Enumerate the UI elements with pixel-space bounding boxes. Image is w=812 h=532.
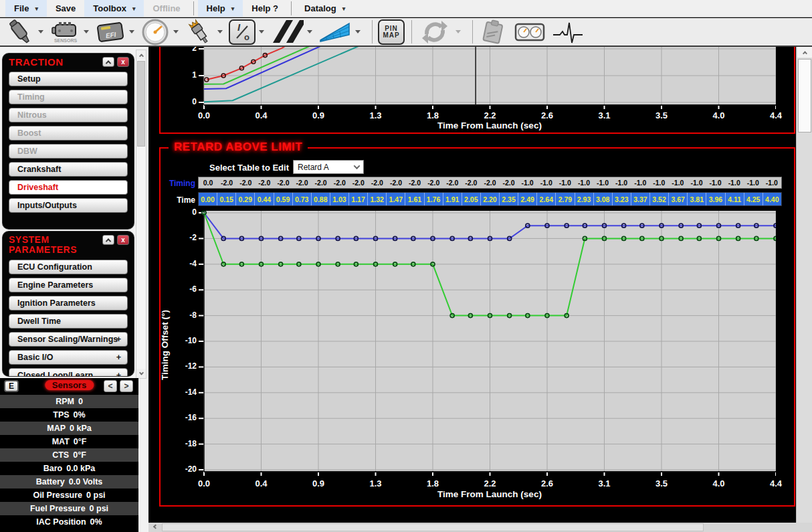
menu-help[interactable]: Help▾ [198, 0, 243, 17]
time-cell[interactable]: 1.17 [349, 193, 368, 205]
scroll-down-button[interactable] [136, 369, 146, 378]
timing-cell[interactable]: -1.0 [763, 177, 781, 188]
time-cell[interactable]: 0.59 [274, 193, 293, 205]
time-cell[interactable]: 2.20 [481, 193, 500, 205]
traction-inputs-outputs[interactable]: Inputs/Outputs [9, 198, 128, 213]
timing-cell[interactable]: -2.0 [424, 177, 443, 188]
collapse-button[interactable] [102, 57, 114, 67]
timing-cell[interactable]: -2.0 [405, 177, 424, 188]
toolbar-item-waveform[interactable] [552, 19, 584, 46]
time-cell[interactable]: 2.35 [500, 193, 518, 205]
toolbar-item-efi[interactable]: EFI [95, 19, 139, 46]
timing-cell[interactable]: -2.0 [312, 177, 330, 188]
toolbar-item-io[interactable]: I o [229, 19, 269, 45]
dropdown-arrow-icon[interactable] [355, 30, 361, 33]
time-cell[interactable]: 3.23 [613, 193, 631, 205]
time-cell[interactable]: 1.47 [387, 193, 405, 205]
sensors-prev-button[interactable]: < [104, 380, 117, 392]
timing-values-row[interactable]: 0.0-2.0-2.0-2.0-2.0-2.0-2.0-2.0-2.0-2.0-… [198, 177, 782, 189]
time-cell[interactable]: 4.11 [726, 193, 744, 205]
sysparams-ecu-configuration[interactable]: ECU Configuration [9, 260, 128, 274]
time-cell[interactable]: 3.96 [706, 193, 725, 205]
time-values-row[interactable]: 0.000.150.290.440.590.730.881.031.171.32… [198, 192, 782, 206]
time-cell[interactable]: 2.64 [537, 193, 556, 205]
traction-dbw[interactable]: DBW [9, 144, 128, 159]
toolbar-item-sensors[interactable]: SENSORS [49, 19, 94, 46]
timing-cell[interactable]: -2.0 [387, 177, 405, 188]
scroll-up-button[interactable] [136, 50, 146, 60]
menu-datalog[interactable]: Datalog▾ [296, 0, 354, 17]
timing-cell[interactable]: -1.0 [631, 177, 649, 188]
retard-chart[interactable] [199, 211, 776, 477]
dropdown-arrow-icon[interactable] [307, 30, 312, 33]
time-cell[interactable]: 0.44 [255, 193, 274, 205]
timing-cell[interactable]: -2.0 [330, 177, 349, 188]
timing-cell[interactable]: -1.0 [518, 177, 537, 188]
sysparams-ignition-parameters[interactable]: Ignition Parameters [9, 296, 128, 311]
toolbar-item-dual-gauges[interactable] [514, 21, 545, 43]
time-cell[interactable]: 2.79 [556, 193, 575, 205]
sysparams-dwell-time[interactable]: Dwell Time [9, 314, 128, 329]
timing-cell[interactable]: -2.0 [217, 177, 236, 188]
timing-cell[interactable]: -1.0 [725, 177, 744, 188]
time-cell[interactable]: 3.37 [631, 193, 650, 205]
toolbar-item-spark-plug[interactable] [185, 19, 227, 46]
time-cell[interactable]: 3.52 [650, 193, 669, 205]
timing-cell[interactable]: -2.0 [443, 177, 462, 188]
vertical-scrollbar[interactable] [796, 47, 812, 523]
sidebar-scrollbar[interactable] [136, 50, 146, 379]
dropdown-arrow-icon[interactable] [217, 30, 223, 33]
scrollbar-thumb[interactable] [798, 59, 811, 132]
timing-cell[interactable]: -1.0 [687, 177, 706, 188]
launch-chart[interactable] [199, 47, 776, 109]
timing-cell[interactable]: -2.0 [480, 177, 499, 188]
time-cell[interactable]: 0.29 [236, 193, 255, 205]
close-button[interactable]: x [117, 235, 129, 245]
timing-cell[interactable]: -2.0 [500, 177, 518, 188]
menu-help[interactable]: Help ? [243, 0, 287, 17]
time-cell[interactable]: 0.15 [217, 193, 236, 205]
traction-boost[interactable]: Boost [9, 126, 128, 141]
time-cell[interactable]: 1.03 [330, 193, 349, 205]
timing-cell[interactable]: -2.0 [274, 177, 292, 188]
menu-save[interactable]: Save [47, 0, 84, 17]
scroll-left-button[interactable] [150, 523, 161, 532]
menu-toolbox[interactable]: Toolbox▾ [84, 0, 144, 17]
sysparams-closed-loop-learn[interactable]: Closed Loop/Learn+ [9, 368, 128, 376]
scrollbar-thumb[interactable] [162, 523, 704, 531]
time-cell[interactable]: 1.91 [443, 193, 462, 205]
traction-crankshaft[interactable]: Crankshaft [9, 162, 128, 177]
dropdown-arrow-icon[interactable] [173, 30, 179, 33]
table-select-dropdown[interactable]: Retard A [293, 160, 364, 174]
timing-cell[interactable]: -2.0 [236, 177, 255, 188]
time-cell[interactable]: 2.49 [518, 193, 537, 205]
timing-cell[interactable]: -2.0 [292, 177, 311, 188]
time-cell[interactable]: 2.93 [575, 193, 594, 205]
timing-cell[interactable]: -1.0 [593, 177, 612, 188]
traction-nitrous[interactable]: Nitrous [9, 108, 128, 122]
horizontal-scrollbar[interactable] [148, 523, 796, 532]
timing-cell[interactable]: -1.0 [744, 177, 763, 188]
toolbar-item-pin-map[interactable]: PINMAP [378, 19, 405, 45]
time-cell[interactable]: 0.73 [293, 193, 312, 205]
scrollbar-thumb[interactable] [137, 61, 145, 147]
timing-cell[interactable]: -2.0 [255, 177, 274, 188]
sensors-edit-button[interactable]: E [4, 380, 19, 392]
traction-driveshaft[interactable]: Driveshaft [9, 180, 128, 195]
timing-cell[interactable]: -2.0 [349, 177, 368, 188]
toolbar-item-gauge[interactable] [140, 18, 183, 46]
timing-cell[interactable]: 0.0 [199, 177, 217, 188]
time-cell[interactable]: 3.81 [688, 193, 706, 205]
toolbar-item-timing-stripes[interactable] [270, 19, 317, 46]
dropdown-arrow-icon[interactable] [84, 30, 89, 33]
timing-cell[interactable]: -1.0 [668, 177, 687, 188]
timing-cell[interactable]: -1.0 [612, 177, 631, 188]
time-cell[interactable]: 4.40 [763, 193, 781, 205]
timing-cell[interactable]: -2.0 [368, 177, 387, 188]
traction-setup[interactable]: Setup [9, 72, 128, 86]
timing-cell[interactable]: -2.0 [462, 177, 480, 188]
close-button[interactable]: x [117, 57, 129, 67]
timing-cell[interactable]: -1.0 [537, 177, 556, 188]
timing-cell[interactable]: -1.0 [706, 177, 725, 188]
toolbar-item-injector[interactable] [5, 19, 48, 46]
